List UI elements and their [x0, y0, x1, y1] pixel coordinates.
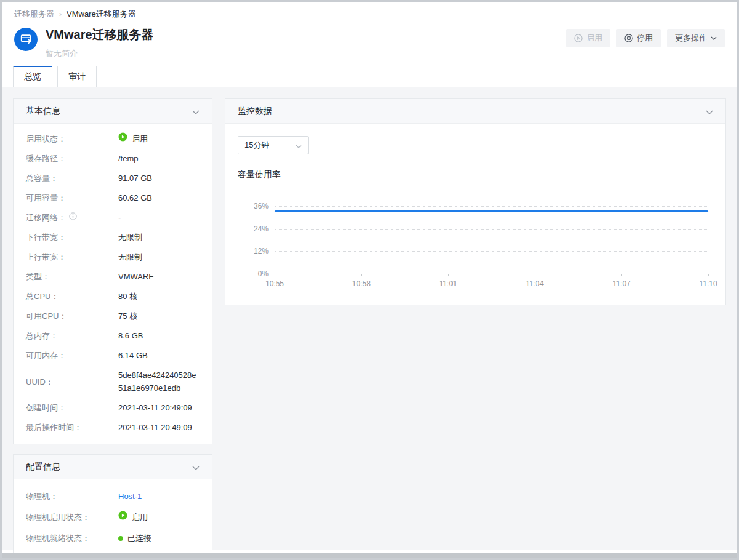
breadcrumb-item[interactable]: 迁移服务器: [14, 9, 54, 20]
x-axis-tick: [621, 274, 622, 276]
info-value: 5de8f4ae424240528e51a1e6970e1edb: [118, 369, 200, 394]
info-row: 总内存：8.6 GB: [26, 329, 200, 342]
x-axis-line: 0%: [275, 274, 708, 274]
breadcrumb-item: VMware迁移服务器: [67, 9, 136, 20]
info-value: 无限制: [118, 231, 142, 244]
basic-info-header[interactable]: 基本信息: [14, 99, 212, 124]
info-label: 总容量：: [26, 172, 118, 185]
y-axis-tick-label: 36%: [254, 202, 269, 210]
info-row: 物理机就绪状态：已连接: [26, 532, 200, 545]
info-row: 类型：VMWARE: [26, 270, 200, 283]
info-value: 2021-03-11 20:49:09: [118, 401, 192, 414]
info-row: 启用状态：启用: [26, 132, 200, 145]
info-row: 可用内存：6.14 GB: [26, 349, 200, 362]
info-value: 6.14 GB: [118, 349, 148, 362]
chart-plot: 0%12%24%36%10:5510:5811:0111:0411:0711:1…: [275, 199, 708, 274]
disable-button[interactable]: 停用: [616, 29, 661, 47]
x-axis-tick-label: 11:01: [439, 279, 457, 288]
info-label: 下行带宽：: [26, 231, 118, 244]
info-label: 可用CPU：: [26, 310, 118, 322]
info-value: 8.6 GB: [118, 329, 143, 342]
info-value: VMWARE: [118, 270, 154, 283]
info-label: 物理机启用状态：: [26, 511, 118, 524]
monitoring-card: 监控数据 15分钟 容量使用率 0%12%24%36%10:5510:5811: [225, 98, 726, 305]
config-info-title: 配置信息: [26, 462, 60, 473]
info-label: UUID：: [26, 369, 118, 394]
chevron-down-icon: [192, 462, 200, 472]
info-icon[interactable]: [69, 211, 77, 224]
info-value: 已连接: [118, 532, 151, 545]
gridline: 36%: [275, 206, 708, 207]
info-label: 总CPU：: [26, 290, 118, 303]
host-link[interactable]: Host-1: [118, 490, 142, 503]
info-value: 启用: [118, 132, 148, 145]
content-area: 基本信息 启用状态：启用缓存路径：/temp总容量：91.07 GB可用容量：6…: [2, 87, 737, 550]
x-axis-tick-label: 11:04: [526, 279, 544, 288]
config-info-header[interactable]: 配置信息: [14, 455, 212, 479]
chevron-down-icon: [296, 141, 302, 150]
info-row: 最后操作时间：2021-03-11 20:49:09: [26, 421, 200, 434]
page-title: VMware迁移服务器: [46, 26, 154, 43]
tab-overview[interactable]: 总览: [13, 66, 52, 87]
tab-audit[interactable]: 审计: [57, 66, 97, 87]
breadcrumb: 迁移服务器›VMware迁移服务器: [2, 2, 737, 20]
x-axis-tick: [448, 274, 449, 276]
config-info-card: 配置信息 物理机：Host-1物理机启用状态：启用物理机就绪状态：已连接: [13, 454, 212, 560]
info-value: 91.07 GB: [118, 172, 152, 185]
x-axis-tick-label: 10:55: [265, 279, 284, 288]
y-axis-tick-label: 12%: [254, 247, 269, 255]
action-bar: 启用停用更多操作: [566, 26, 725, 47]
info-value: 75 核: [118, 310, 137, 322]
monitoring-body: 15分钟 容量使用率 0%12%24%36%10:5510:5811:0111:…: [225, 124, 725, 305]
x-axis-tick-label: 11:07: [613, 279, 631, 288]
basic-info-title: 基本信息: [26, 106, 60, 117]
basic-info-card: 基本信息 启用状态：启用缓存路径：/temp总容量：91.07 GB可用容量：6…: [13, 98, 212, 444]
info-value: 80 核: [118, 290, 137, 303]
x-axis-tick: [361, 274, 362, 276]
info-label: 迁移网络：: [26, 211, 118, 224]
enable-button[interactable]: 启用: [566, 29, 610, 47]
enabled-status-icon: [118, 132, 127, 145]
monitoring-title: 监控数据: [238, 106, 272, 117]
chevron-down-icon: [706, 106, 713, 116]
breadcrumb-separator: ›: [59, 10, 62, 18]
gridline: 12%: [275, 251, 708, 252]
info-row: 下行带宽：无限制: [26, 231, 200, 244]
migration-server-icon: [14, 28, 38, 51]
interval-select[interactable]: 15分钟: [238, 136, 309, 154]
info-row: 可用容量：60.62 GB: [26, 191, 200, 204]
chevron-down-icon: [711, 36, 717, 40]
info-label: 类型：: [26, 270, 118, 283]
monitoring-header[interactable]: 监控数据: [225, 99, 725, 124]
info-label: 缓存路径：: [26, 152, 118, 165]
info-label: 物理机：: [26, 490, 118, 503]
x-axis-tick-label: 10:58: [352, 279, 371, 288]
info-row: 总CPU：80 核: [26, 290, 200, 303]
info-value: 无限制: [118, 250, 142, 263]
info-value: /temp: [118, 152, 139, 165]
more-actions-button[interactable]: 更多操作: [667, 29, 725, 47]
info-row: 物理机启用状态：启用: [26, 511, 200, 524]
right-column: 监控数据 15分钟 容量使用率 0%12%24%36%10:5510:5811: [225, 98, 726, 305]
tab-bar: 总览审计: [2, 66, 737, 87]
play-circle-icon: [574, 34, 583, 42]
page-header: VMware迁移服务器 暂无简介 启用停用更多操作: [2, 20, 737, 59]
stop-circle-icon: [624, 34, 633, 42]
chevron-down-icon: [192, 106, 200, 116]
info-row: 迁移网络：-: [26, 211, 200, 224]
config-info-body: 物理机：Host-1物理机启用状态：启用物理机就绪状态：已连接: [14, 479, 212, 560]
x-axis-tick: [708, 274, 709, 276]
x-axis-tick: [275, 274, 275, 276]
enabled-status-icon: [118, 511, 127, 524]
horizontal-scrollbar[interactable]: [2, 553, 737, 558]
info-label: 创建时间：: [26, 401, 118, 414]
app-window: 迁移服务器›VMware迁移服务器 VMware迁移服务器 暂无简介 启用停用更…: [0, 0, 739, 560]
gridline: 24%: [275, 229, 708, 230]
y-axis-tick-label: 0%: [258, 270, 269, 278]
info-label: 总内存：: [26, 329, 118, 342]
basic-info-body: 启用状态：启用缓存路径：/temp总容量：91.07 GB可用容量：60.62 …: [14, 124, 212, 444]
y-axis-tick-label: 24%: [254, 225, 269, 233]
info-row: 缓存路径：/temp: [26, 152, 200, 165]
info-row: 物理机：Host-1: [26, 490, 200, 503]
info-label: 可用容量：: [26, 191, 118, 204]
